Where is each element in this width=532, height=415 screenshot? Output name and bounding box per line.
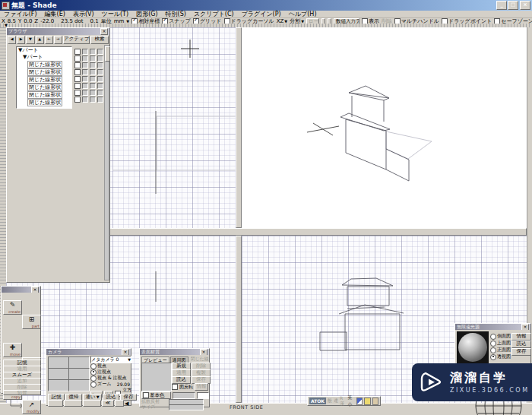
flag-cell[interactable] [90,97,96,103]
camera-thumb-cell[interactable] [68,356,90,369]
atok-mode[interactable]: 英小 [347,394,355,408]
info-button[interactable]: 情報 [195,383,208,391]
close-icon[interactable]: × [122,349,129,355]
camera-thumb-cell[interactable] [68,379,90,391]
flag-cell[interactable] [82,69,88,75]
atok-hand-icon[interactable] [372,398,378,405]
light-title-bar[interactable]: 無限遠光源 × [455,324,530,330]
visibility-checkbox[interactable] [74,76,81,82]
atok-mode[interactable]: 連 [334,398,338,404]
atok-brand-chip[interactable]: ATOK [309,398,326,404]
menu-script[interactable]: スクリプト(C) [190,11,238,17]
flag-cell[interactable] [97,55,103,62]
atok-mode[interactable]: 般 [328,398,332,404]
close-icon[interactable]: × [200,349,207,355]
flag-cell[interactable] [97,76,103,82]
active-button[interactable]: アクティブ [63,36,90,44]
radio-top-view[interactable]: 上面図 [490,340,511,347]
flag-cell[interactable] [90,76,96,82]
menu-shape[interactable]: 図形(G) [132,11,161,17]
viewport-perspective-view[interactable] [242,27,527,228]
atok-mode[interactable]: R漢 [340,395,346,407]
size-field[interactable] [169,404,204,410]
tool-modify-button[interactable]: ↗ modify [22,400,41,414]
tree-item-part[interactable]: ▼パート [17,47,71,54]
visibility-checkbox[interactable] [74,49,81,55]
extra-button[interactable] [48,400,63,407]
close-icon[interactable]: × [31,287,39,293]
atok-note-icon[interactable] [364,398,370,405]
visibility-checkbox[interactable] [74,55,81,62]
tree-item-closed-line[interactable]: 閉じた線形状 [27,99,62,106]
menu-tool[interactable]: ツール(T) [98,11,133,17]
vertical-splitter-top[interactable] [236,27,242,228]
visibility-checkbox[interactable] [74,62,81,68]
speaker-icon[interactable]: ◀ [125,401,128,407]
flag-cell[interactable] [90,90,96,96]
nav-down-icon[interactable]: ▼ [26,36,34,44]
vertical-splitter-bottom[interactable] [236,236,242,403]
flag-cell[interactable] [97,49,103,55]
camera-thumb-cell[interactable] [48,368,69,380]
flag-cell[interactable] [97,97,103,103]
menu-file[interactable]: ファイル(F) [0,11,41,17]
material-title-bar[interactable]: 表面材質 × [140,349,209,355]
step-button[interactable] [115,400,124,407]
menu-help[interactable]: ヘルプ(H) [285,11,321,17]
search-button[interactable]: 検索 [90,36,109,44]
tool-part-button[interactable]: ⊞ part [22,315,41,329]
close-icon[interactable]: × [521,324,529,330]
tool-palette-title-bar[interactable]: × [2,287,40,293]
scrollbar-thumb[interactable] [105,46,110,62]
checkbox-icon[interactable] [172,384,178,390]
flag-cell[interactable] [90,62,96,68]
minimize-button[interactable]: _ [496,1,507,10]
radio-icon[interactable] [490,334,496,340]
maximize-button[interactable]: □ [508,1,518,10]
nav-right-icon[interactable]: ▶ [17,36,25,44]
tree-item-closed-line[interactable]: 閉じた線形状 [27,84,62,91]
visibility-checkbox[interactable] [74,83,81,89]
flag-cell[interactable] [82,55,88,62]
nav-back-icon[interactable]: ← [45,36,53,44]
visibility-checkbox[interactable] [74,97,81,103]
toggle-button[interactable]: 切替 [3,390,41,395]
nav-forward-icon[interactable]: → [54,36,62,44]
flag-cell[interactable] [90,83,96,89]
radio-side-view[interactable]: 側面図 [490,333,511,340]
menu-view[interactable]: 表示(V) [69,11,98,17]
tool-create-button[interactable]: ✎ create [3,300,22,315]
extra-button[interactable] [64,400,82,407]
tree-item-closed-line[interactable]: 閉じた線形状 [27,68,62,76]
flag-cell[interactable] [82,49,88,55]
flag-cell[interactable] [82,90,88,96]
radio-front-view[interactable]: 正面図 [490,347,511,353]
radio-perspective-view[interactable]: 透視図 [490,353,511,360]
flag-cell[interactable] [82,83,88,89]
tree-item-part[interactable]: ▼パート [17,54,71,61]
browser-title-bar[interactable]: ブラウザ × [7,28,109,35]
flag-cell[interactable] [82,76,88,82]
light-sphere-preview[interactable] [457,331,489,363]
menu-plugin[interactable]: プラグイン(P) [238,11,285,17]
flag-cell[interactable] [97,90,103,96]
flag-cell[interactable] [97,69,103,75]
radio-icon[interactable] [490,347,496,353]
camera-title-bar[interactable]: カメラ × [46,349,131,355]
camera-thumb-cell[interactable] [48,356,69,369]
flag-cell[interactable] [97,83,103,89]
atok-panel-icon[interactable] [356,398,363,405]
camera-thumb-cell[interactable] [68,368,90,380]
close-icon[interactable]: × [100,28,108,35]
flag-cell[interactable] [97,62,103,68]
flag-cell[interactable] [90,49,96,55]
tool-move-button[interactable]: ✚ move [3,343,22,357]
nav-left-icon[interactable]: ◀ [8,36,16,44]
close-button[interactable]: × [520,1,530,10]
tab-applied-shapes[interactable]: 適用図 [170,356,188,363]
tab-preview[interactable]: プレビュー [141,356,169,363]
material-preview-area[interactable] [141,363,172,391]
tree-item-closed-line[interactable]: 閉じた線形状 [27,76,62,84]
tree-item-closed-line[interactable]: 閉じた線形状 [27,61,62,68]
extra-button[interactable] [83,400,101,407]
